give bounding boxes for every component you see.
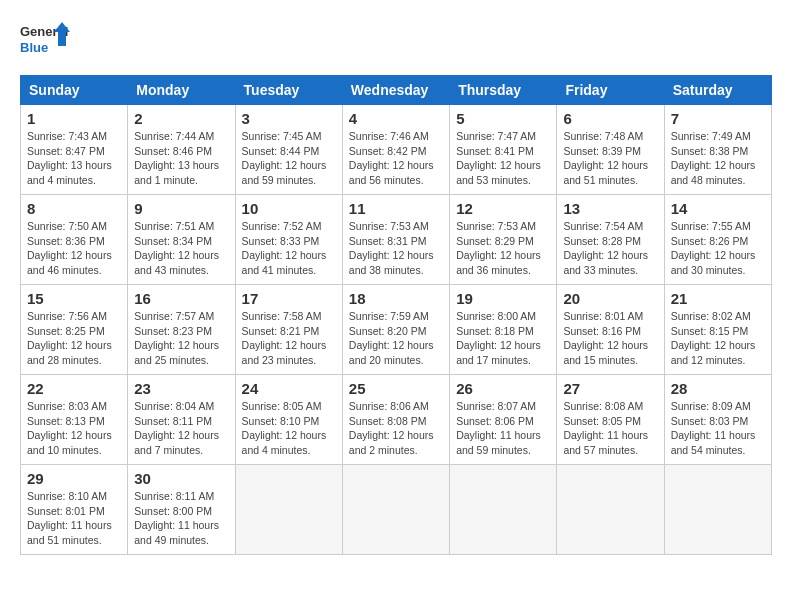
day-info: Sunrise: 8:09 AM Sunset: 8:03 PM Dayligh… (671, 399, 765, 458)
svg-text:Blue: Blue (20, 40, 48, 55)
day-info: Sunrise: 8:02 AM Sunset: 8:15 PM Dayligh… (671, 309, 765, 368)
day-number: 5 (456, 110, 550, 127)
day-number: 27 (563, 380, 657, 397)
day-number: 18 (349, 290, 443, 307)
day-info: Sunrise: 7:55 AM Sunset: 8:26 PM Dayligh… (671, 219, 765, 278)
day-info: Sunrise: 8:01 AM Sunset: 8:16 PM Dayligh… (563, 309, 657, 368)
week-row-2: 8Sunrise: 7:50 AM Sunset: 8:36 PM Daylig… (21, 195, 772, 285)
calendar-cell: 14Sunrise: 7:55 AM Sunset: 8:26 PM Dayli… (664, 195, 771, 285)
calendar-cell: 11Sunrise: 7:53 AM Sunset: 8:31 PM Dayli… (342, 195, 449, 285)
calendar-cell: 9Sunrise: 7:51 AM Sunset: 8:34 PM Daylig… (128, 195, 235, 285)
day-number: 9 (134, 200, 228, 217)
day-info: Sunrise: 8:10 AM Sunset: 8:01 PM Dayligh… (27, 489, 121, 548)
calendar-cell: 4Sunrise: 7:46 AM Sunset: 8:42 PM Daylig… (342, 105, 449, 195)
week-row-3: 15Sunrise: 7:56 AM Sunset: 8:25 PM Dayli… (21, 285, 772, 375)
calendar-cell: 25Sunrise: 8:06 AM Sunset: 8:08 PM Dayli… (342, 375, 449, 465)
day-info: Sunrise: 8:08 AM Sunset: 8:05 PM Dayligh… (563, 399, 657, 458)
day-info: Sunrise: 8:05 AM Sunset: 8:10 PM Dayligh… (242, 399, 336, 458)
day-number: 26 (456, 380, 550, 397)
day-number: 30 (134, 470, 228, 487)
header-tuesday: Tuesday (235, 76, 342, 105)
calendar-cell: 22Sunrise: 8:03 AM Sunset: 8:13 PM Dayli… (21, 375, 128, 465)
logo: General Blue (20, 20, 70, 65)
calendar-cell: 18Sunrise: 7:59 AM Sunset: 8:20 PM Dayli… (342, 285, 449, 375)
calendar-cell: 16Sunrise: 7:57 AM Sunset: 8:23 PM Dayli… (128, 285, 235, 375)
calendar-cell: 23Sunrise: 8:04 AM Sunset: 8:11 PM Dayli… (128, 375, 235, 465)
day-number: 24 (242, 380, 336, 397)
calendar-cell (450, 465, 557, 555)
day-info: Sunrise: 7:53 AM Sunset: 8:31 PM Dayligh… (349, 219, 443, 278)
day-info: Sunrise: 8:03 AM Sunset: 8:13 PM Dayligh… (27, 399, 121, 458)
day-info: Sunrise: 8:04 AM Sunset: 8:11 PM Dayligh… (134, 399, 228, 458)
day-info: Sunrise: 8:00 AM Sunset: 8:18 PM Dayligh… (456, 309, 550, 368)
logo-svg: General Blue (20, 20, 70, 65)
day-info: Sunrise: 7:45 AM Sunset: 8:44 PM Dayligh… (242, 129, 336, 188)
calendar-cell (664, 465, 771, 555)
day-info: Sunrise: 7:49 AM Sunset: 8:38 PM Dayligh… (671, 129, 765, 188)
header-sunday: Sunday (21, 76, 128, 105)
day-number: 20 (563, 290, 657, 307)
header-wednesday: Wednesday (342, 76, 449, 105)
day-number: 16 (134, 290, 228, 307)
week-row-1: 1Sunrise: 7:43 AM Sunset: 8:47 PM Daylig… (21, 105, 772, 195)
day-number: 28 (671, 380, 765, 397)
calendar-cell (235, 465, 342, 555)
day-info: Sunrise: 7:47 AM Sunset: 8:41 PM Dayligh… (456, 129, 550, 188)
day-number: 1 (27, 110, 121, 127)
page-header: General Blue (20, 20, 772, 65)
day-info: Sunrise: 7:57 AM Sunset: 8:23 PM Dayligh… (134, 309, 228, 368)
calendar-cell: 19Sunrise: 8:00 AM Sunset: 8:18 PM Dayli… (450, 285, 557, 375)
day-info: Sunrise: 8:06 AM Sunset: 8:08 PM Dayligh… (349, 399, 443, 458)
day-info: Sunrise: 7:51 AM Sunset: 8:34 PM Dayligh… (134, 219, 228, 278)
calendar-cell: 10Sunrise: 7:52 AM Sunset: 8:33 PM Dayli… (235, 195, 342, 285)
day-number: 23 (134, 380, 228, 397)
calendar-table: SundayMondayTuesdayWednesdayThursdayFrid… (20, 75, 772, 555)
day-info: Sunrise: 7:43 AM Sunset: 8:47 PM Dayligh… (27, 129, 121, 188)
day-number: 17 (242, 290, 336, 307)
day-number: 3 (242, 110, 336, 127)
calendar-cell: 1Sunrise: 7:43 AM Sunset: 8:47 PM Daylig… (21, 105, 128, 195)
day-info: Sunrise: 7:50 AM Sunset: 8:36 PM Dayligh… (27, 219, 121, 278)
calendar-cell: 17Sunrise: 7:58 AM Sunset: 8:21 PM Dayli… (235, 285, 342, 375)
day-number: 8 (27, 200, 121, 217)
header-monday: Monday (128, 76, 235, 105)
calendar-cell: 15Sunrise: 7:56 AM Sunset: 8:25 PM Dayli… (21, 285, 128, 375)
week-row-4: 22Sunrise: 8:03 AM Sunset: 8:13 PM Dayli… (21, 375, 772, 465)
calendar-cell: 26Sunrise: 8:07 AM Sunset: 8:06 PM Dayli… (450, 375, 557, 465)
day-number: 15 (27, 290, 121, 307)
header-friday: Friday (557, 76, 664, 105)
header-thursday: Thursday (450, 76, 557, 105)
day-info: Sunrise: 7:53 AM Sunset: 8:29 PM Dayligh… (456, 219, 550, 278)
day-number: 22 (27, 380, 121, 397)
day-number: 25 (349, 380, 443, 397)
day-info: Sunrise: 8:11 AM Sunset: 8:00 PM Dayligh… (134, 489, 228, 548)
calendar-cell: 2Sunrise: 7:44 AM Sunset: 8:46 PM Daylig… (128, 105, 235, 195)
day-info: Sunrise: 7:54 AM Sunset: 8:28 PM Dayligh… (563, 219, 657, 278)
week-row-5: 29Sunrise: 8:10 AM Sunset: 8:01 PM Dayli… (21, 465, 772, 555)
calendar-cell (342, 465, 449, 555)
day-info: Sunrise: 7:59 AM Sunset: 8:20 PM Dayligh… (349, 309, 443, 368)
calendar-cell: 24Sunrise: 8:05 AM Sunset: 8:10 PM Dayli… (235, 375, 342, 465)
day-info: Sunrise: 7:48 AM Sunset: 8:39 PM Dayligh… (563, 129, 657, 188)
calendar-cell: 6Sunrise: 7:48 AM Sunset: 8:39 PM Daylig… (557, 105, 664, 195)
calendar-cell: 28Sunrise: 8:09 AM Sunset: 8:03 PM Dayli… (664, 375, 771, 465)
day-number: 4 (349, 110, 443, 127)
day-info: Sunrise: 7:52 AM Sunset: 8:33 PM Dayligh… (242, 219, 336, 278)
calendar-cell: 21Sunrise: 8:02 AM Sunset: 8:15 PM Dayli… (664, 285, 771, 375)
calendar-cell: 3Sunrise: 7:45 AM Sunset: 8:44 PM Daylig… (235, 105, 342, 195)
day-info: Sunrise: 7:46 AM Sunset: 8:42 PM Dayligh… (349, 129, 443, 188)
calendar-cell (557, 465, 664, 555)
calendar-cell: 5Sunrise: 7:47 AM Sunset: 8:41 PM Daylig… (450, 105, 557, 195)
calendar-cell: 27Sunrise: 8:08 AM Sunset: 8:05 PM Dayli… (557, 375, 664, 465)
day-number: 6 (563, 110, 657, 127)
day-number: 2 (134, 110, 228, 127)
day-number: 11 (349, 200, 443, 217)
header-saturday: Saturday (664, 76, 771, 105)
day-number: 13 (563, 200, 657, 217)
day-info: Sunrise: 7:58 AM Sunset: 8:21 PM Dayligh… (242, 309, 336, 368)
calendar-cell: 13Sunrise: 7:54 AM Sunset: 8:28 PM Dayli… (557, 195, 664, 285)
calendar-cell: 12Sunrise: 7:53 AM Sunset: 8:29 PM Dayli… (450, 195, 557, 285)
day-number: 14 (671, 200, 765, 217)
day-number: 21 (671, 290, 765, 307)
day-number: 10 (242, 200, 336, 217)
